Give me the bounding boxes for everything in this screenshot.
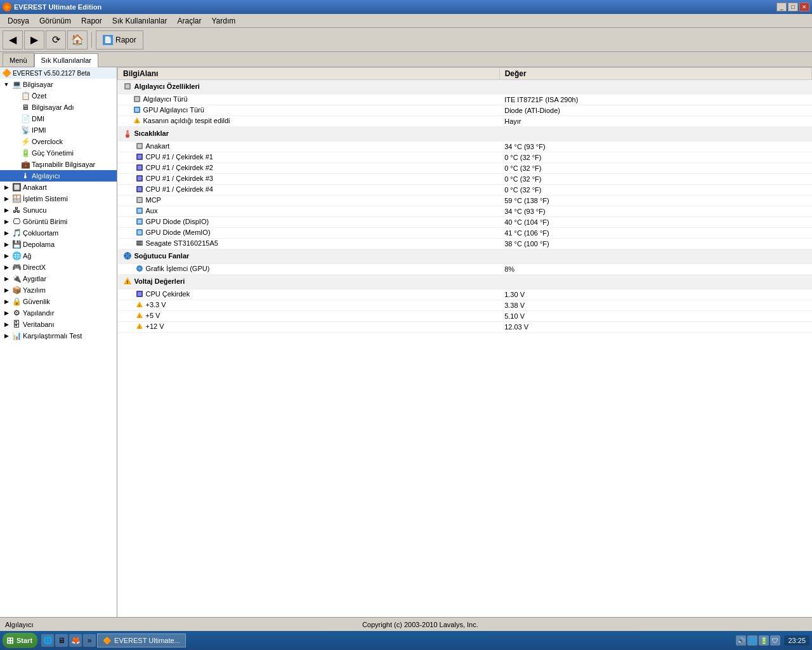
section-header-fanlar: Soğutucu Fanlar <box>118 249 812 264</box>
isletim-icon: 🪟 <box>11 194 22 204</box>
sidebar-item-veritabani[interactable]: ▶ 🗄 Veritabanı <box>0 319 117 330</box>
close-button[interactable]: ✕ <box>799 3 809 11</box>
firefox-icon[interactable]: 🦊 <box>69 634 82 647</box>
expand-tray-icon[interactable]: » <box>83 634 96 647</box>
sidebar-item-ag[interactable]: ▶ 🌐 Ağ <box>0 250 117 262</box>
back-button[interactable]: ◀ <box>3 30 23 50</box>
desktop-icon[interactable]: 🖥 <box>55 634 68 647</box>
value-12v: 12.03 V <box>499 322 811 333</box>
app-icon: 🔶 <box>3 3 11 11</box>
forward-button[interactable]: ▶ <box>24 30 44 50</box>
taskbar-right: 🔊 🌐 🔋 🛡 23:25 <box>736 635 809 646</box>
expand-icon: ▶ <box>1 285 11 295</box>
chip-small-icon <box>133 95 141 103</box>
sidebar-item-goruntu[interactable]: ▶ 🖵 Görüntü Birimi <box>0 216 117 227</box>
section-sogutucu-fanlar: Soğutucu Fanlar <box>118 249 812 264</box>
row-cpu1-core2: CPU #1 / Çekirdek #2 0 °C (32 °F) <box>118 163 812 174</box>
menu-rapor[interactable]: Rapor <box>76 15 107 27</box>
tab-menu[interactable]: Menü <box>3 53 34 67</box>
sidebar-item-isletim[interactable]: ▶ 🪟 İşletim Sistemi <box>0 193 117 204</box>
mb-temp-icon <box>136 142 143 150</box>
maximize-button[interactable]: □ <box>788 3 798 11</box>
section-algilayici-ozellikler: Algılayıcı Özellikleri <box>118 80 812 95</box>
ipmi-icon: 📡 <box>20 125 30 135</box>
field-kasa-acildi: ! Kasanın açıldığı tespit edildi <box>118 116 500 127</box>
sidebar-item-directx[interactable]: ▶ 🎮 DirectX <box>0 262 117 273</box>
sidebar-item-tasinabilir[interactable]: 💼 Taşınabilir Bilgisayar <box>0 159 117 170</box>
sidebar-item-guc[interactable]: 🔋 Güç Yönetimi <box>0 147 117 159</box>
minimize-button[interactable]: _ <box>776 3 787 11</box>
tray-icon-4[interactable]: 🛡 <box>770 635 780 646</box>
svg-text:!: ! <box>138 304 139 308</box>
overclock-icon: ⚡ <box>20 136 30 147</box>
sidebar-item-cokluortam[interactable]: ▶ 🎵 Çokluortam <box>0 227 117 239</box>
bilgisayaradi-icon: 🖥 <box>20 102 30 112</box>
taskbar: ⊞ Start 🌐 🖥 🦊 » 🔶 EVEREST Ultimate... 🔊 … <box>0 631 812 650</box>
row-5v: ! +5 V 5.10 V <box>118 311 812 322</box>
refresh-button[interactable]: ⟳ <box>46 30 66 50</box>
sidebar-item-bilgisayar-adi[interactable]: 🖥 Bilgisayar Adı <box>0 102 117 113</box>
home-button[interactable]: 🏠 <box>67 30 88 50</box>
row-cpu1-core3: CPU #1 / Çekirdek #3 0 °C (32 °F) <box>118 174 812 185</box>
sidebar-item-anakart[interactable]: ▶ 🔲 Anakart <box>0 182 117 193</box>
sidebar-item-overclock[interactable]: ⚡ Overclock <box>0 136 117 147</box>
mcp-icon <box>136 196 143 204</box>
ie-icon[interactable]: 🌐 <box>41 634 54 647</box>
sidebar-item-sunucu[interactable]: ▶ 🖧 Sunucu <box>0 204 117 216</box>
field-aux-temp: Aux <box>118 206 500 217</box>
menu-gorunum[interactable]: Görünüm <box>34 15 76 27</box>
svg-rect-26 <box>138 220 141 223</box>
tray-icon-3[interactable]: 🔋 <box>759 635 769 646</box>
taskbar-everest[interactable]: 🔶 EVEREST Ultimate... <box>97 633 186 647</box>
sidebar-item-dmi[interactable]: 📄 DMI <box>0 113 117 124</box>
tasinabilir-icon: 💼 <box>20 159 30 169</box>
menu-sik[interactable]: Sık Kullanılanlar <box>107 15 173 27</box>
row-gpu-algilayici: GPU Algılayıcı Türü Diode (ATI-Diode) <box>118 105 812 116</box>
col-deger: Değer <box>499 68 811 80</box>
sidebar-item-yapilandir[interactable]: ▶ ⚙ Yapılandır <box>0 307 117 319</box>
svg-rect-20 <box>138 187 141 191</box>
field-gpu-fan: Grafik İşlemci (GPU) <box>118 264 500 275</box>
sidebar-item-depolama[interactable]: ▶ 💾 Depolama <box>0 239 117 250</box>
directx-icon: 🎮 <box>11 262 22 272</box>
guvenlik-icon: 🔒 <box>11 296 22 307</box>
value-cpu1-core1: 0 °C (32 °F) <box>499 152 811 163</box>
title-bar: 🔶 EVEREST Ultimate Edition _ □ ✕ <box>0 0 812 14</box>
sidebar-item-aygitlar[interactable]: ▶ 🔌 Aygıtlar <box>0 273 117 284</box>
value-mcp-temp: 59 °C (138 °F) <box>499 196 811 206</box>
section-header-algilayici: Algılayıcı Özellikleri <box>118 80 812 95</box>
tray-icon-2[interactable]: 🌐 <box>747 635 757 646</box>
warning-small-icon: ! <box>133 117 141 124</box>
app-label: EVEREST Ultimate... <box>114 637 180 644</box>
value-gpu-diode-mem: 41 °C (106 °F) <box>499 228 811 239</box>
field-gpu-algilayici: GPU Algılayıcı Türü <box>118 105 500 116</box>
rapor-button[interactable]: 📄 Rapor <box>96 30 143 50</box>
sidebar-item-guvenlik[interactable]: ▶ 🔒 Güvenlik <box>0 296 117 307</box>
sidebar-item-ozet[interactable]: 📋 Özet <box>0 90 117 102</box>
svg-marker-44 <box>136 323 143 329</box>
menu-dosya[interactable]: Dosya <box>3 15 34 27</box>
tab-favorites[interactable]: Sık Kullanılanlar <box>34 53 99 67</box>
veritabani-icon: 🗄 <box>11 319 22 329</box>
volt-33-icon: ! <box>136 301 143 308</box>
sidebar-item-ipmi[interactable]: 📡 IPMI <box>0 124 117 136</box>
row-kasa-acildi: ! Kasanın açıldığı tespit edildi Hayır <box>118 116 812 127</box>
cpu-core3-icon <box>136 175 143 182</box>
row-gpu-fan: Grafik İşlemci (GPU) 8% <box>118 264 812 275</box>
row-12v: ! +12 V 12.03 V <box>118 322 812 333</box>
sidebar-item-bilgisayar[interactable]: ▼ 💻 Bilgisayar <box>0 79 117 90</box>
start-button[interactable]: ⊞ Start <box>3 633 37 648</box>
tray-icon-1[interactable]: 🔊 <box>736 635 746 646</box>
menu-araclar[interactable]: Araçlar <box>172 15 206 27</box>
col-bilgialani: BilgiAlanı <box>118 68 500 80</box>
aux-icon <box>136 207 143 215</box>
svg-point-30 <box>140 242 142 244</box>
windows-logo: ⊞ <box>6 635 14 646</box>
sidebar-item-karsilastirma[interactable]: ▶ 📊 Karşılaştırmalı Test <box>0 330 117 342</box>
sidebar-item-yazilim[interactable]: ▶ 📦 Yazılım <box>0 284 117 296</box>
value-kasa-acildi: Hayır <box>499 116 811 127</box>
sidebar-item-algilayici[interactable]: 🌡 Algılayıcı <box>0 170 117 182</box>
svg-text:!: ! <box>126 280 128 284</box>
menu-yardim[interactable]: Yardım <box>206 15 240 27</box>
expand-icon: ▼ <box>1 79 11 90</box>
